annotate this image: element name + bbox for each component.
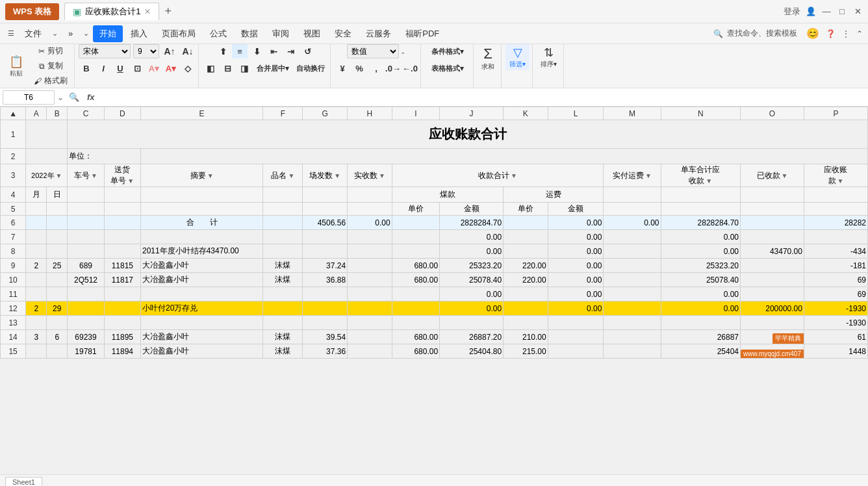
r10-n[interactable]: 25078.40	[661, 273, 740, 287]
underline-button[interactable]: U	[112, 61, 128, 75]
menu-formula[interactable]: 公式	[203, 25, 233, 42]
login-link[interactable]: 登录	[784, 6, 800, 18]
r11-c[interactable]	[68, 287, 104, 301]
col-a-header[interactable]: A	[26, 107, 47, 120]
thousands-button[interactable]: ,	[368, 61, 384, 75]
r9-j[interactable]: 25323.20	[440, 259, 504, 273]
r10-h[interactable]	[348, 273, 392, 287]
r8-n[interactable]: 0.00	[661, 244, 740, 259]
more-menu-icon[interactable]: ⋮	[842, 29, 850, 38]
align-center-button[interactable]: ⊟	[220, 61, 235, 75]
r9-d[interactable]: 11815	[104, 259, 140, 273]
formula-input[interactable]	[100, 90, 865, 105]
r12-b[interactable]: 29	[47, 301, 68, 316]
col-e-header[interactable]: E	[140, 107, 262, 120]
menu-data[interactable]: 数据	[235, 25, 264, 42]
r9-e[interactable]: 大冶盈鑫小叶	[140, 259, 262, 273]
r13-m[interactable]	[604, 316, 661, 330]
r7-c[interactable]	[68, 230, 104, 244]
r12-i[interactable]	[392, 301, 439, 316]
received-dropdown[interactable]: ▼	[782, 172, 788, 179]
r13-c[interactable]	[68, 316, 104, 330]
r15-l[interactable]	[548, 344, 604, 359]
cell-a1[interactable]	[26, 120, 68, 149]
r15-f[interactable]: 沫煤	[263, 344, 303, 359]
r9-n[interactable]: 25323.20	[661, 259, 740, 273]
align-bottom-button[interactable]: ⬇	[249, 44, 264, 58]
col-f-header[interactable]: F	[263, 107, 303, 120]
r11-f[interactable]	[263, 287, 303, 301]
r11-j[interactable]: 0.00	[440, 287, 504, 301]
align-top-button[interactable]: ⬆	[215, 44, 231, 58]
font-size-select[interactable]: 9	[133, 44, 159, 58]
r8-j[interactable]: 0.00	[440, 244, 504, 259]
r6-j[interactable]: 2828284.70	[440, 216, 504, 230]
cut-button[interactable]: ✂ 剪切	[30, 44, 71, 58]
r13-f[interactable]	[263, 316, 303, 330]
indent-inc-button[interactable]: ⇥	[283, 44, 298, 58]
r6-c[interactable]	[68, 216, 104, 230]
clear-format-button[interactable]: ◇	[180, 61, 196, 75]
r11-a[interactable]	[26, 287, 47, 301]
close-button[interactable]: ✕	[852, 6, 863, 17]
r10-c[interactable]: 2Q512	[68, 273, 104, 287]
r8-i[interactable]	[392, 244, 439, 259]
paste-button[interactable]: 📋 粘贴	[5, 53, 27, 79]
r6-b[interactable]	[47, 216, 68, 230]
menu-start[interactable]: 开始	[93, 25, 123, 42]
r13-b[interactable]	[47, 316, 68, 330]
r15-g[interactable]: 37.36	[303, 344, 348, 359]
r12-o[interactable]: 200000.00	[741, 301, 804, 316]
r6-k[interactable]	[504, 216, 548, 230]
r12-n[interactable]: 0.00	[661, 301, 740, 316]
r6-p[interactable]: 28282	[804, 216, 867, 230]
r14-l[interactable]	[548, 330, 604, 344]
actualqty-dropdown[interactable]: ▼	[379, 172, 385, 179]
r8-e[interactable]: 2011年度小叶结存43470.00	[140, 244, 262, 259]
r7-p[interactable]	[804, 230, 867, 244]
r12-h[interactable]	[348, 301, 392, 316]
menu-arrow2[interactable]: ⌄	[83, 29, 89, 38]
align-right-button[interactable]: ◨	[236, 61, 252, 75]
r9-i[interactable]: 680.00	[392, 259, 439, 273]
r10-b[interactable]	[47, 273, 68, 287]
col-n-header[interactable]: N	[661, 107, 740, 120]
r12-g[interactable]	[303, 301, 348, 316]
r14-p[interactable]: 61	[804, 330, 867, 344]
sheet-wrapper[interactable]: ▲ A B C D E F G H I J K L M N O P	[0, 107, 868, 474]
r10-o[interactable]	[741, 273, 804, 287]
r12-p[interactable]: -1930	[804, 301, 867, 316]
r12-d[interactable]	[104, 301, 140, 316]
cell-e2[interactable]	[140, 149, 867, 164]
r6-n[interactable]: 2828284.70	[661, 216, 740, 230]
r9-g[interactable]: 37.24	[303, 259, 348, 273]
r14-d[interactable]: 11895	[104, 330, 140, 344]
r14-a[interactable]: 3	[26, 330, 47, 344]
fx-icon[interactable]: fx	[87, 92, 95, 102]
r12-m[interactable]	[604, 301, 661, 316]
copy-button[interactable]: ⧉ 复制	[30, 59, 71, 73]
bold-button[interactable]: B	[79, 61, 94, 75]
help-icon[interactable]: ❓	[826, 29, 836, 38]
menu-security[interactable]: 安全	[328, 25, 358, 42]
r9-o[interactable]	[741, 259, 804, 273]
decimal-dec-button[interactable]: ←.0	[402, 61, 418, 75]
r14-c[interactable]: 69239	[68, 330, 104, 344]
col-k-header[interactable]: K	[504, 107, 548, 120]
r13-p[interactable]: -1930	[804, 316, 867, 330]
r11-b[interactable]	[47, 287, 68, 301]
r11-m[interactable]	[604, 287, 661, 301]
r7-m[interactable]	[604, 230, 661, 244]
sort-button[interactable]: ⇅ 排序▾	[537, 44, 561, 70]
r11-i[interactable]	[392, 287, 439, 301]
num-expand-icon[interactable]: ⌄	[400, 48, 405, 55]
text-rotate-button[interactable]: ↺	[300, 44, 315, 58]
r10-d[interactable]: 11817	[104, 273, 140, 287]
r15-p[interactable]: 1448	[804, 344, 867, 359]
r12-f[interactable]	[263, 301, 303, 316]
r7-o[interactable]	[741, 230, 804, 244]
r8-h[interactable]	[348, 244, 392, 259]
emoji-icon[interactable]: 😊	[806, 27, 819, 40]
r9-l[interactable]: 0.00	[548, 259, 604, 273]
r10-p[interactable]: 69	[804, 273, 867, 287]
